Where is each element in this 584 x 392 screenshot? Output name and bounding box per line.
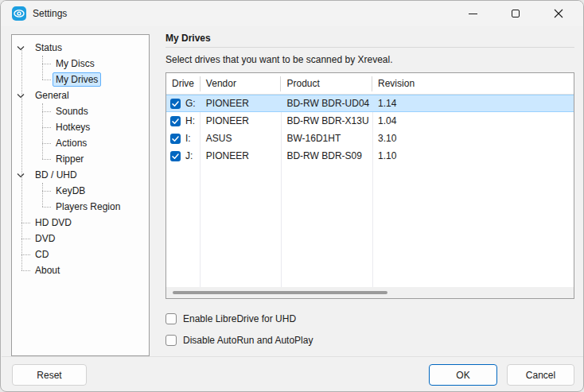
description-text: Select drives that you want to be scanne… xyxy=(165,54,393,65)
sidebar-item-label: Sounds xyxy=(53,104,91,118)
sidebar-item-hotkeys[interactable]: Hotkeys xyxy=(12,119,149,135)
close-icon xyxy=(554,9,563,18)
product-cell: BW-16D1HT xyxy=(281,133,372,144)
drive-row-j[interactable]: J:PIONEERBD-RW BDR-S091.10 xyxy=(166,147,574,165)
column-header-vendor[interactable]: Vendor xyxy=(201,76,282,91)
tree-connector-line xyxy=(42,159,51,160)
minimize-icon xyxy=(469,14,477,14)
tree-connector-line xyxy=(42,207,51,208)
sidebar-item-sounds[interactable]: Sounds xyxy=(12,103,149,119)
checkbox-checked-icon[interactable] xyxy=(170,151,181,161)
sidebar-item-my-drives[interactable]: My Drives xyxy=(12,72,149,87)
sidebar-item-label: Hotkeys xyxy=(53,120,93,134)
sidebar-item-bd-uhd[interactable]: BD / UHD xyxy=(12,167,149,183)
tree-connector-line xyxy=(42,191,51,192)
checkbox-label: Enable LibreDrive for UHD xyxy=(183,313,296,324)
sidebar-item-dvd[interactable]: DVD xyxy=(12,231,149,246)
settings-tree: StatusMy DiscsMy DrivesGeneralSoundsHotk… xyxy=(11,34,150,356)
sidebar-item-label: My Discs xyxy=(53,56,98,71)
drive-row-g[interactable]: G:PIONEERBD-RW BDR-UD041.14 xyxy=(166,95,574,112)
sidebar-item-keydb[interactable]: KeyDB xyxy=(12,183,149,199)
sidebar-item-label: Actions xyxy=(53,136,90,150)
vendor-cell: ASUS xyxy=(201,133,282,144)
product-cell: BD-RW BDR-X13U xyxy=(281,115,372,126)
tree-connector-line xyxy=(42,64,51,64)
xreveal-eye-icon xyxy=(12,6,26,21)
tree-connector-line xyxy=(21,223,30,223)
close-button[interactable] xyxy=(540,1,577,26)
sidebar-item-my-discs[interactable]: My Discs xyxy=(12,56,149,72)
sidebar-item-label: HD DVD xyxy=(32,215,75,230)
vendor-cell: PIONEER xyxy=(201,98,282,109)
title-divider xyxy=(165,47,574,48)
page-title: My Drives xyxy=(165,33,211,44)
revision-cell: 1.14 xyxy=(372,98,574,109)
tree-connector-line xyxy=(21,270,30,271)
reset-button[interactable]: Reset xyxy=(12,364,87,386)
drive-letter: I: xyxy=(185,133,191,144)
checkbox-label: Disable AutoRun and AutoPlay xyxy=(183,335,313,346)
scrollbar-thumb[interactable] xyxy=(173,291,387,294)
disable-autorun-checkbox[interactable]: Disable AutoRun and AutoPlay xyxy=(165,335,313,346)
sidebar-item-label: Status xyxy=(32,41,65,55)
sidebar-item-general[interactable]: General xyxy=(12,87,149,103)
sidebar-item-hd-dvd[interactable]: HD DVD xyxy=(12,215,149,231)
tree-connector-line xyxy=(42,111,51,112)
drive-letter: G: xyxy=(185,98,196,109)
revision-cell: 1.04 xyxy=(372,115,574,126)
maximize-button[interactable] xyxy=(497,1,534,26)
vendor-cell: PIONEER xyxy=(201,115,282,126)
sidebar-item-ripper[interactable]: Ripper xyxy=(12,151,149,167)
column-header-drive[interactable]: Drive xyxy=(166,76,201,91)
chevron-down-icon[interactable] xyxy=(17,171,25,179)
sidebar-item-about[interactable]: About xyxy=(12,262,149,278)
revision-cell: 1.10 xyxy=(372,150,574,161)
drive-letter: J: xyxy=(185,150,193,161)
drive-row-h[interactable]: H:PIONEERBD-RW BDR-X13U1.04 xyxy=(166,112,574,130)
sidebar-item-label: My Drives xyxy=(53,72,101,87)
sidebar-item-actions[interactable]: Actions xyxy=(12,135,149,151)
table-header-row: DriveVendorProductRevision xyxy=(166,73,574,95)
chevron-down-icon[interactable] xyxy=(17,44,25,52)
maximize-icon xyxy=(512,10,520,17)
revision-cell: 3.10 xyxy=(372,133,574,144)
product-cell: BD-RW BDR-S09 xyxy=(281,150,372,161)
vendor-cell: PIONEER xyxy=(201,150,282,161)
sidebar-item-status[interactable]: Status xyxy=(12,40,149,56)
titlebar[interactable]: Settings xyxy=(1,1,584,26)
column-header-revision[interactable]: Revision xyxy=(372,76,574,91)
product-cell: BD-RW BDR-UD04 xyxy=(281,98,372,109)
window-title: Settings xyxy=(33,8,67,19)
horizontal-scrollbar[interactable] xyxy=(166,287,574,298)
sidebar-item-players-region[interactable]: Players Region xyxy=(12,199,149,215)
drive-letter: H: xyxy=(185,115,195,126)
chevron-down-icon[interactable] xyxy=(17,91,25,99)
checkbox-checked-icon[interactable] xyxy=(170,134,181,144)
drives-table: DriveVendorProductRevision G:PIONEERBD-R… xyxy=(165,72,574,299)
sidebar-item-label: BD / UHD xyxy=(32,168,80,182)
enable-libredrive-checkbox[interactable]: Enable LibreDrive for UHD xyxy=(165,313,296,324)
sidebar-item-label: DVD xyxy=(32,231,58,246)
tree-connector-line xyxy=(42,80,51,80)
sidebar-item-cd[interactable]: CD xyxy=(12,246,149,262)
footer-divider xyxy=(2,356,584,357)
checkbox-checked-icon[interactable] xyxy=(170,99,181,109)
sidebar-item-label: About xyxy=(32,263,63,278)
sidebar-item-label: Players Region xyxy=(53,200,123,214)
tree-connector-line xyxy=(21,254,30,255)
sidebar-item-label: Ripper xyxy=(53,152,87,166)
minimize-button[interactable] xyxy=(454,1,491,26)
checkbox-unchecked-icon[interactable] xyxy=(165,313,177,324)
tree-connector-line xyxy=(42,143,51,144)
sidebar-item-label: General xyxy=(32,88,72,103)
drive-row-i[interactable]: I:ASUSBW-16D1HT3.10 xyxy=(166,130,574,147)
tree-connector-line xyxy=(42,127,51,128)
ok-button[interactable]: OK xyxy=(429,364,497,386)
checkbox-unchecked-icon[interactable] xyxy=(165,335,177,346)
sidebar-item-label: KeyDB xyxy=(53,184,88,198)
checkbox-checked-icon[interactable] xyxy=(170,116,181,126)
tree-connector-line xyxy=(21,239,30,239)
cancel-button[interactable]: Cancel xyxy=(507,364,574,386)
sidebar-item-label: CD xyxy=(32,247,52,262)
column-header-product[interactable]: Product xyxy=(281,76,372,91)
